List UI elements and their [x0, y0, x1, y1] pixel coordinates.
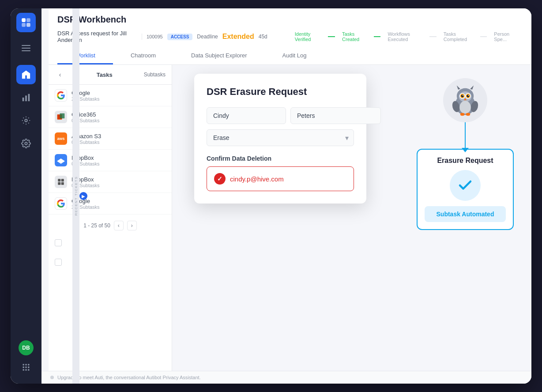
- ticket-id: 100095: [147, 34, 163, 39]
- body-area: ‹ Tasks Subtasks Google 2/4 Subtasks: [49, 65, 531, 371]
- email-box: ✓ cindy.p@hive.com: [207, 166, 354, 191]
- sidebar-item-analytics[interactable]: [16, 88, 36, 107]
- checkbox-2[interactable]: [55, 259, 62, 266]
- sidebar-item-tools[interactable]: [16, 111, 36, 130]
- task-subtasks: 0/1 Subtasks: [72, 161, 166, 166]
- page-title: DSR Workbench: [57, 15, 126, 25]
- sidebar-item-settings[interactable]: [16, 134, 36, 153]
- svg-rect-9: [23, 364, 24, 366]
- pagination-text: 1 - 25 of 50: [83, 222, 110, 229]
- access-badge: ACCESS: [167, 34, 193, 40]
- subtask-automated-button[interactable]: Subtask Automated: [425, 206, 506, 222]
- task-info-google: Google 2/4 Subtasks: [72, 90, 166, 102]
- deadline-days: 45d: [259, 34, 267, 40]
- svg-rect-19: [60, 113, 65, 119]
- request-title: DSR Access request for Jill Anderson: [57, 30, 137, 43]
- svg-rect-21: [61, 179, 64, 181]
- svg-rect-4: [23, 98, 24, 101]
- menu-toggle[interactable]: [18, 40, 34, 56]
- email-text: cindy.p@hive.com: [230, 175, 284, 183]
- task-item-google[interactable]: Google 2/4 Subtasks: [49, 85, 172, 106]
- svg-rect-20: [58, 179, 60, 181]
- task-subtasks: 0/1 Subtasks: [72, 183, 166, 188]
- task-item-dropbox[interactable]: DropBox 0/1 Subtasks: [49, 150, 172, 171]
- expand-panel-button[interactable]: ▶: [79, 192, 87, 200]
- check-circle: [450, 170, 481, 201]
- step-identity: Identity Verified: [290, 31, 326, 42]
- task-info-google2: Google 2/4 Subtasks: [72, 198, 166, 210]
- svg-rect-0: [22, 18, 26, 22]
- pagination-prev[interactable]: ‹: [114, 221, 124, 230]
- google2-logo: [55, 197, 67, 210]
- svg-rect-1: [26, 18, 30, 22]
- erasure-request-card: Erasure Request Subtask Automated: [417, 149, 514, 230]
- svg-rect-23: [61, 182, 64, 185]
- svg-rect-16: [25, 369, 26, 370]
- google-logo: [55, 89, 67, 102]
- last-name-input[interactable]: [290, 107, 381, 124]
- modal-title: DSR Erasure Request: [207, 86, 354, 98]
- svg-marker-26: [457, 85, 460, 90]
- recent-tickets-strip: RECENT TICKETS: [72, 8, 79, 384]
- deadline-value: Extended: [222, 33, 254, 41]
- step-person: Person Spe...: [489, 31, 523, 42]
- svg-rect-22: [58, 182, 60, 185]
- first-name-input[interactable]: [207, 107, 286, 124]
- svg-rect-15: [23, 369, 24, 370]
- task-name: Office365: [72, 111, 166, 118]
- svg-point-32: [463, 95, 463, 96]
- task-item-amazons3[interactable]: aws Amazon S3 0/1 Subtasks: [49, 128, 172, 150]
- task-info-amazons3: Amazon S3 0/1 Subtasks: [72, 133, 166, 145]
- tasks-header: ‹ Tasks Subtasks: [49, 65, 172, 85]
- tasks-panel: ‹ Tasks Subtasks Google 2/4 Subtasks: [49, 65, 172, 371]
- action-select-wrap: Erase ▾: [207, 129, 354, 146]
- tab-audit-log[interactable]: Audit Log: [265, 48, 324, 64]
- top-bar: DSR Workbench DSR Access request for Jil…: [49, 8, 531, 65]
- task-item-dropbox2[interactable]: DropBox 0/1 Subtasks: [49, 171, 172, 193]
- svg-rect-14: [28, 366, 29, 368]
- task-name: Google: [72, 90, 166, 96]
- main-content: RECENT TICKETS ▶ DSR Workbench DSR Acces…: [41, 8, 531, 384]
- tasks-title: Tasks: [97, 72, 113, 78]
- task-subtasks: 2/4 Subtasks: [72, 204, 166, 210]
- dsr-erasure-modal: DSR Erasure Request Erase ▾ Confirm Data…: [194, 74, 366, 204]
- task-item-office365[interactable]: Office365 0/4 Subtasks: [49, 106, 172, 128]
- status-dot: [50, 376, 54, 379]
- dropbox2-logo: [55, 176, 67, 188]
- tasks-back-button[interactable]: ‹: [55, 69, 65, 80]
- svg-marker-27: [470, 85, 474, 90]
- task-item-google2[interactable]: Google 2/4 Subtasks: [49, 193, 172, 215]
- dsr-info-row: DSR Access request for Jill Anderson 100…: [57, 30, 523, 43]
- subtasks-col-label: Subtasks: [144, 72, 166, 78]
- checkbox-1[interactable]: [55, 239, 62, 246]
- sidebar-item-home[interactable]: [16, 65, 36, 84]
- task-name: DropBox: [72, 155, 166, 161]
- svg-rect-11: [28, 364, 29, 366]
- svg-rect-13: [25, 366, 26, 368]
- tabs-row: Worklist Chatroom Data Subject Explorer …: [57, 48, 523, 64]
- svg-rect-17: [28, 369, 29, 370]
- tab-worklist[interactable]: Worklist: [57, 48, 113, 64]
- svg-point-41: [460, 113, 465, 116]
- erasure-card-title: Erasure Request: [437, 157, 493, 165]
- content-area: DSR Erasure Request Erase ▾ Confirm Data…: [172, 65, 531, 371]
- recent-tickets-label: RECENT TICKETS: [74, 176, 78, 216]
- tab-chatroom[interactable]: Chatroom: [113, 48, 173, 64]
- user-avatar[interactable]: DB: [19, 340, 34, 355]
- svg-rect-10: [25, 364, 26, 366]
- action-select[interactable]: Erase: [207, 129, 354, 146]
- bottom-bar: Upgrade to meet Auti, the conversational…: [41, 371, 531, 384]
- svg-rect-5: [25, 95, 27, 101]
- progress-steps: Identity Verified Tasks Created Workflow…: [290, 31, 523, 42]
- sidebar: DB: [11, 8, 41, 384]
- automation-card: Erasure Request Subtask Automated: [417, 78, 514, 230]
- step-tasks: Tasks Created: [337, 31, 372, 42]
- amazons3-logo: aws: [55, 132, 67, 145]
- email-icon: ✓: [214, 173, 226, 185]
- apps-icon[interactable]: [19, 360, 34, 375]
- tab-data-subject[interactable]: Data Subject Explorer: [173, 48, 264, 64]
- pagination-next[interactable]: ›: [127, 221, 137, 230]
- app-logo[interactable]: [16, 13, 36, 32]
- task-info-office365: Office365 0/4 Subtasks: [72, 111, 166, 123]
- svg-point-7: [25, 119, 27, 122]
